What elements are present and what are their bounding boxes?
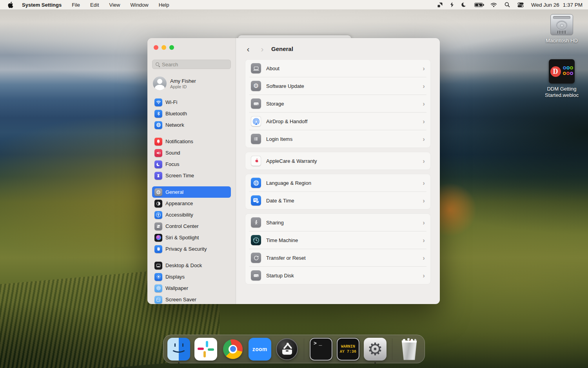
close-button[interactable] [154,45,158,50]
minimize-button[interactable] [162,45,166,50]
sidebar-item-label: Sound [165,150,180,156]
desktop-icon-macintosh-hd[interactable]: Macintosh HD [543,14,580,44]
screen: System Settings File Edit View Window He… [0,0,588,368]
dock: zoom WARNIN AY 7:36 [163,335,425,363]
settings-row-date-time[interactable]: Date & Time [245,192,430,209]
search-input[interactable] [162,62,228,67]
battery-icon[interactable] [474,3,483,7]
settings-row-about[interactable]: About [245,60,430,77]
settings-row-transfer-reset[interactable]: Transfer or Reset [245,249,430,266]
sidebar-item-wifi[interactable]: Wi-Fi [152,97,231,108]
dock-chrome[interactable] [221,338,244,361]
warning-terminal-icon: WARNIN AY 7:36 [337,338,359,361]
chevron-right-icon [423,197,425,204]
chevron-right-icon [423,65,425,72]
running-indicator [178,362,180,364]
menubar-clock[interactable]: Wed Jun 26 1:37 PM [531,2,583,8]
settings-row-sharing[interactable]: Sharing [245,214,430,231]
sidebar-item-appearance[interactable]: Appearance [152,198,231,209]
sidebar-item-accessibility[interactable]: Accessibility [152,209,231,220]
wifi-icon[interactable] [490,2,497,7]
sidebar-item-label: General [165,189,183,195]
sidebar-item-bluetooth[interactable]: Bluetooth [152,108,231,119]
startup-disk-icon [251,270,261,281]
menu-help[interactable]: Help [159,2,169,8]
sidebar-item-label: Appearance [165,200,193,206]
settings-row-software-update[interactable]: Software Update [245,77,430,95]
sidebar-item-control-center[interactable]: Control Center [152,220,231,232]
accessibility-icon [154,211,162,219]
chevron-right-icon [423,118,425,125]
sidebar-item-label: Screen Saver [165,297,196,302]
dock-finder[interactable] [167,338,190,361]
display-layout-icon[interactable] [437,2,443,7]
sidebar-item-displays[interactable]: Displays [152,271,231,282]
chevron-right-icon [423,83,425,89]
settings-row-applecare[interactable]: AppleCare & Warranty [245,152,430,169]
sidebar-item-siri-spotlight[interactable]: Siri & Spotlight [152,232,231,243]
airdrop-icon [251,116,261,126]
sidebar-item-desktop-dock[interactable]: Desktop & Dock [152,260,231,271]
settings-row-storage[interactable]: Storage [245,95,430,112]
sidebar-item-privacy-security[interactable]: Privacy & Security [152,243,231,255]
menubar-date: Wed Jun 26 [531,2,559,8]
window-controls [154,45,174,50]
sidebar-item-label: Notifications [165,138,193,144]
zoom-button[interactable] [169,45,174,50]
sidebar-item-wallpaper[interactable]: Wallpaper [152,282,231,294]
menu-file[interactable]: File [72,2,80,8]
dock-toolbox[interactable] [276,338,298,361]
control-center-icon[interactable] [517,2,524,7]
dock-warning-terminal[interactable]: WARNIN AY 7:36 [337,338,359,361]
dock-zoom[interactable]: zoom [249,338,271,361]
settings-row-language-region[interactable]: Language & Region [245,174,430,191]
sidebar-item-focus[interactable]: Focus [152,158,231,170]
settings-row-startup-disk[interactable]: Startup Disk [245,267,430,284]
dock-trash[interactable] [398,338,421,361]
settings-row-login-items[interactable]: Login Items [245,130,430,148]
chevron-right-icon [423,237,425,244]
sidebar-nav: Wi-Fi Bluetooth Network [152,97,231,304]
sidebar-item-label: Control Center [165,223,199,229]
spotlight-icon[interactable] [505,2,510,7]
appearance-icon [154,200,162,208]
settings-group: AppleCare & Warranty [245,152,431,170]
dock-system-settings[interactable] [364,338,387,361]
back-button[interactable] [244,45,252,53]
desktop-icon-ddm-webloc[interactable]: D DDM Getting Started.webloc [541,59,582,98]
sidebar-item-screen-time[interactable]: Screen Time [152,170,231,181]
menu-view[interactable]: View [109,2,120,8]
hard-drive-icon [550,14,573,35]
sidebar-item-label: Accessibility [165,212,193,218]
dock-terminal[interactable] [310,338,332,361]
transfer-reset-arrow-icon [251,253,261,263]
forward-button[interactable] [258,45,267,53]
screen-saver-icon [154,296,162,304]
sidebar-item-screen-saver[interactable]: Screen Saver [152,294,231,304]
sidebar-item-label: Privacy & Security [165,246,207,252]
apple-id-profile[interactable]: Amy Fisher Apple ID [153,75,230,91]
language-globe-icon [251,178,261,188]
settings-row-time-machine[interactable]: Time Machine [245,231,430,249]
system-settings-gear-icon [364,338,387,361]
terminal-icon [310,338,332,361]
menu-edit[interactable]: Edit [90,2,99,8]
applecare-apple-icon [251,156,261,166]
settings-group: Language & Region Date & Time [245,174,431,210]
dock-slack[interactable] [194,338,217,361]
menubar-app-name[interactable]: System Settings [22,2,62,8]
sidebar-item-sound[interactable]: Sound [152,147,231,158]
apple-logo-icon[interactable] [8,2,13,8]
sidebar-search[interactable] [152,60,231,69]
desktop-dock-icon [154,262,162,270]
bolt-icon[interactable] [450,2,454,7]
focus-moon-icon[interactable] [461,2,467,7]
sidebar-item-network[interactable]: Network [152,119,231,131]
finder-icon [167,338,190,361]
sidebar-item-general[interactable]: General [152,186,231,198]
menu-window[interactable]: Window [130,2,148,8]
settings-row-airdrop-handoff[interactable]: AirDrop & Handoff [245,113,430,130]
sidebar-item-notifications[interactable]: Notifications [152,136,231,147]
slack-icon [194,338,217,361]
page-title: General [271,46,293,52]
